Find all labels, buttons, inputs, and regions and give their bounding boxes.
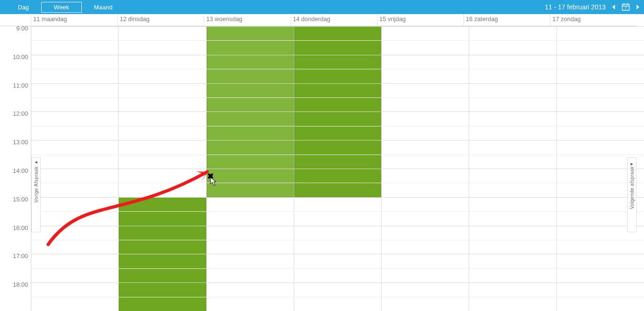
day-col-sat[interactable] (469, 26, 557, 311)
day-header-thu[interactable]: 14 donderdag (291, 14, 377, 26)
event-tue[interactable] (119, 197, 206, 311)
next-appointment-label: Volgende afspraak (630, 166, 635, 209)
day-col-thu[interactable] (294, 26, 382, 311)
date-range-nav: 11 - 17 februari 2013 7 (545, 0, 641, 14)
time-label: 12:00 (13, 110, 28, 117)
view-week-button[interactable]: Week (41, 2, 82, 13)
day-columns (31, 26, 644, 311)
event-wed-dragging[interactable] (207, 26, 294, 197)
view-month-button[interactable]: Maand (82, 2, 125, 12)
gutter-header (0, 14, 31, 26)
time-label: 17:00 (13, 252, 28, 259)
time-label: 10:00 (13, 53, 28, 60)
time-gutter: 9:0010:0011:0012:0013:0014:0015:0016:001… (0, 26, 31, 311)
time-label: 14:00 (13, 167, 28, 174)
day-col-tue[interactable] (119, 26, 206, 311)
time-label: 15:00 (13, 195, 28, 202)
time-label: 13:00 (13, 139, 28, 146)
time-label: 16:00 (13, 224, 28, 231)
topbar: Dag Week Maand 11 - 17 februari 2013 7 (0, 0, 644, 14)
day-header-fri[interactable]: 15 vrijdag (377, 14, 464, 26)
day-col-wed[interactable] (207, 26, 294, 311)
prev-appointment-tab[interactable]: ◄ Vorige Afspraak (31, 157, 41, 232)
day-header-tue[interactable]: 12 dinsdag (118, 14, 204, 26)
calendar-app: Dag Week Maand 11 - 17 februari 2013 7 (0, 0, 644, 311)
time-label: 18:00 (13, 281, 28, 288)
next-appointment-tab[interactable]: ► Volgende afspraak (627, 157, 637, 232)
prev-week-button[interactable] (610, 4, 617, 10)
triangle-left-icon: ◄ (34, 160, 38, 164)
event-thu[interactable] (294, 26, 381, 197)
datepicker-icon[interactable]: 7 (622, 3, 630, 11)
day-header-wed[interactable]: 13 woensdag (204, 14, 291, 26)
calendar-scroll[interactable]: 9:0010:0011:0012:0013:0014:0015:0016:001… (0, 26, 644, 311)
svg-text:7: 7 (625, 7, 627, 10)
time-grid[interactable]: 9:0010:0011:0012:0013:0014:0015:0016:001… (0, 26, 644, 311)
time-label: 11:00 (13, 81, 28, 89)
day-header-mon[interactable]: 11 maandag (31, 14, 118, 26)
day-header-row: 11 maandag 12 dinsdag 13 woensdag 14 don… (0, 14, 637, 26)
time-label: 9:00 (16, 26, 28, 32)
day-header-sun[interactable]: 17 zondag (550, 14, 637, 26)
day-col-mon[interactable] (31, 26, 119, 311)
calendar-body: 9:0010:0011:0012:0013:0014:0015:0016:001… (0, 26, 644, 311)
triangle-right-icon: ► (630, 162, 634, 166)
time-label: 19:00 (13, 310, 28, 311)
view-day-button[interactable]: Dag (6, 2, 41, 12)
view-switcher: Dag Week Maand (6, 2, 125, 13)
day-header-sat[interactable]: 16 zaterdag (464, 14, 550, 26)
date-range-label: 11 - 17 februari 2013 (545, 3, 606, 11)
next-week-button[interactable] (635, 4, 641, 10)
day-col-fri[interactable] (382, 26, 469, 311)
prev-appointment-label: Vorige Afspraak (34, 166, 39, 203)
